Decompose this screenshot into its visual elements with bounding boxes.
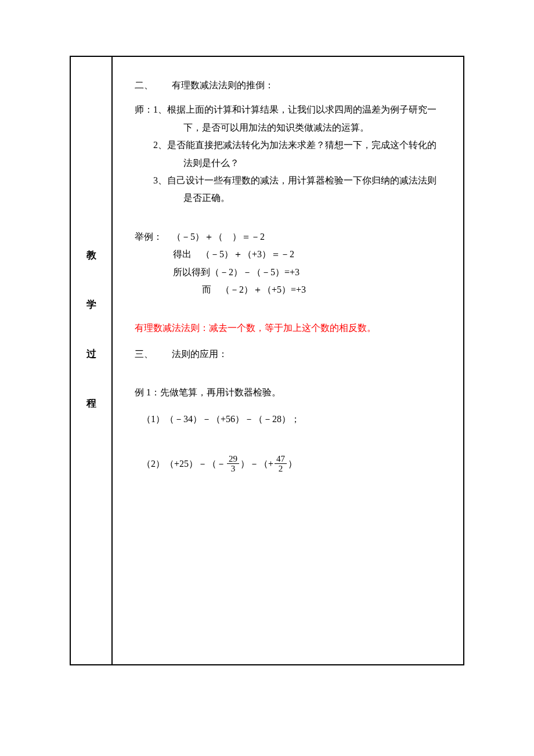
teacher-label: 师： [135,101,153,118]
item-number: 2、 [153,136,167,154]
fraction-1-denominator: 3 [229,464,237,474]
item-number: 1、 [153,101,167,118]
fraction-1-numerator: 29 [227,454,239,465]
teacher-item-3-line1: 3、 自己设计一些有理数的减法，用计算器检验一下你归纳的减法法则 [135,172,448,189]
q2-suffix: ） [288,455,297,473]
side-label-column: 教 学 过 程 [71,57,113,664]
teacher-label-spacer [135,172,153,189]
teacher-item-3-line2: 是否正确。 [135,189,448,207]
example-line-4: 而 （－2）＋（+5）=+3 [135,281,448,298]
q2-mid: ）－（+ [240,455,273,473]
fraction-2-numerator: 47 [275,454,287,465]
side-label-1: 教 [86,249,96,262]
teacher-label-spacer [135,136,153,154]
section-3-heading: 三、 法则的应用： [135,345,448,363]
teacher-item-2-line1: 2、 是否能直接把减法转化为加法来求差？猜想一下，完成这个转化的 [135,136,448,154]
lesson-plan-table: 教 学 过 程 二、 有理数减法法则的推倒： 师： 1、 根据上面的计算和计算结… [70,56,464,665]
example-1-question-1: （1）（－34）－（+56）－（－28）； [135,411,448,428]
fraction-2: 47 2 [275,454,287,474]
content-column: 二、 有理数减法法则的推倒： 师： 1、 根据上面的计算和计算结果，让我们以求四… [113,57,463,664]
teacher-item-1-line1: 师： 1、 根据上面的计算和计算结果，让我们以求四周的温差为例子研究一 [135,101,448,118]
subtraction-rule-highlight: 有理数减法法则：减去一个数，等于加上这个数的相反数。 [135,319,448,337]
example-line-3: 所以得到（－2）－（－5）=+3 [135,264,448,281]
fraction-1: 29 3 [227,454,239,474]
teacher-item-2-line2: 法则是什么？ [135,154,448,172]
item-text: 自己设计一些有理数的减法，用计算器检验一下你归纳的减法法则 [167,172,448,189]
item-text: 根据上面的计算和计算结果，让我们以求四周的温差为例子研究一 [167,101,448,118]
teacher-item-1-line2: 下，是否可以用加法的知识类做减法的运算。 [135,119,448,136]
example-1-question-2: （2）（+25）－（－ 29 3 ）－（+ 47 2 ） [135,454,448,474]
side-label-4: 程 [86,397,96,410]
example-1-title: 例 1：先做笔算，再用计数器检验。 [135,384,448,401]
example-line-1: 举例： （－5）＋（ ）＝－2 [135,228,448,246]
worked-example-block: 举例： （－5）＋（ ）＝－2 得出 （－5）＋（+3）＝－2 所以得到（－2）… [135,228,448,299]
teacher-dialogue-block: 师： 1、 根据上面的计算和计算结果，让我们以求四周的温差为例子研究一 下，是否… [135,101,448,207]
q2-prefix: （2）（+25）－（－ [142,455,226,473]
example-line-2: 得出 （－5）＋（+3）＝－2 [135,246,448,263]
side-label-3: 过 [86,347,96,361]
item-number: 3、 [153,172,167,189]
section-2-heading: 二、 有理数减法法则的推倒： [135,77,448,94]
side-label-2: 学 [86,298,96,311]
item-text: 是否能直接把减法转化为加法来求差？猜想一下，完成这个转化的 [167,136,448,154]
fraction-2-denominator: 2 [277,464,285,474]
